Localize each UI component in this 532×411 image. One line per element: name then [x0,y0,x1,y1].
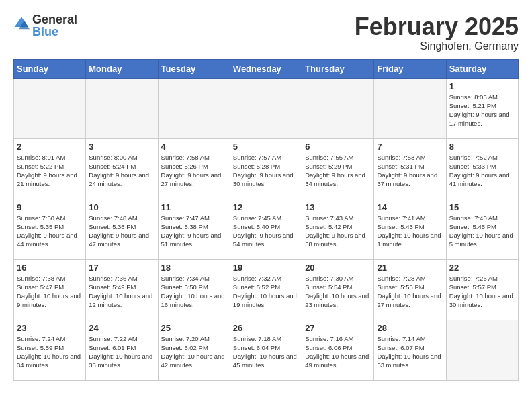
day-number: 27 [305,323,371,333]
day-number: 18 [161,263,227,273]
day-info: Sunrise: 7:52 AMSunset: 5:33 PMDaylight:… [449,153,515,189]
day-info: Sunrise: 7:16 AMSunset: 6:06 PMDaylight:… [305,334,371,370]
day-info: Sunrise: 7:30 AMSunset: 5:54 PMDaylight:… [305,274,371,310]
day-number: 26 [233,323,299,333]
day-number: 20 [305,263,371,273]
day-info: Sunrise: 7:43 AMSunset: 5:42 PMDaylight:… [305,214,371,249]
day-info: Sunrise: 7:34 AMSunset: 5:50 PMDaylight:… [161,274,227,310]
calendar-cell: 16Sunrise: 7:38 AMSunset: 5:47 PMDayligh… [14,259,86,320]
calendar-cell: 12Sunrise: 7:45 AMSunset: 5:40 PMDayligh… [230,199,302,259]
header: General Blue February 2025 Singhofen, Ge… [13,13,519,52]
calendar-header-thursday: Thursday [302,59,374,78]
location: Singhofen, Germany [355,40,519,52]
calendar-cell: 4Sunrise: 7:58 AMSunset: 5:26 PMDaylight… [158,138,230,199]
calendar-cell: 11Sunrise: 7:47 AMSunset: 5:38 PMDayligh… [158,199,230,259]
calendar-cell: 2Sunrise: 8:01 AMSunset: 5:22 PMDaylight… [14,138,86,199]
calendar-cell [374,78,446,138]
calendar-cell: 8Sunrise: 7:52 AMSunset: 5:33 PMDaylight… [446,138,518,199]
calendar-cell: 21Sunrise: 7:28 AMSunset: 5:55 PMDayligh… [374,259,446,320]
day-number: 1 [449,81,515,91]
calendar-cell: 14Sunrise: 7:41 AMSunset: 5:43 PMDayligh… [374,199,446,259]
day-info: Sunrise: 7:36 AMSunset: 5:49 PMDaylight:… [89,274,154,310]
day-number: 25 [161,323,227,333]
day-info: Sunrise: 7:24 AMSunset: 5:59 PMDaylight:… [17,334,83,370]
calendar-cell: 20Sunrise: 7:30 AMSunset: 5:54 PMDayligh… [302,259,374,320]
day-number: 16 [17,263,83,273]
day-number: 2 [17,142,83,152]
day-number: 14 [377,202,443,212]
day-number: 5 [233,142,299,152]
calendar-cell: 9Sunrise: 7:50 AMSunset: 5:35 PMDaylight… [14,199,86,259]
calendar-header-sunday: Sunday [14,59,86,78]
calendar-header-tuesday: Tuesday [158,59,230,78]
day-info: Sunrise: 7:20 AMSunset: 6:02 PMDaylight:… [161,334,227,370]
calendar-cell: 26Sunrise: 7:18 AMSunset: 6:04 PMDayligh… [230,320,302,380]
calendar-cell: 6Sunrise: 7:55 AMSunset: 5:29 PMDaylight… [302,138,374,199]
calendar-header-friday: Friday [374,59,446,78]
calendar-header-monday: Monday [86,59,158,78]
day-number: 9 [17,202,83,212]
calendar-week-1: 1Sunrise: 8:03 AMSunset: 5:21 PMDaylight… [14,78,519,138]
calendar-cell [230,78,302,138]
day-info: Sunrise: 7:53 AMSunset: 5:31 PMDaylight:… [377,153,443,189]
calendar-cell [14,78,86,138]
calendar-cell: 3Sunrise: 8:00 AMSunset: 5:24 PMDaylight… [86,138,158,199]
day-number: 28 [377,323,443,333]
calendar-cell: 7Sunrise: 7:53 AMSunset: 5:31 PMDaylight… [374,138,446,199]
day-info: Sunrise: 8:01 AMSunset: 5:22 PMDaylight:… [17,153,83,189]
title-area: February 2025 Singhofen, Germany [355,13,519,52]
day-info: Sunrise: 7:58 AMSunset: 5:26 PMDaylight:… [161,153,227,189]
day-info: Sunrise: 7:40 AMSunset: 5:45 PMDaylight:… [449,214,515,249]
day-number: 8 [449,142,515,152]
month-title: February 2025 [355,13,519,40]
day-info: Sunrise: 7:55 AMSunset: 5:29 PMDaylight:… [305,153,371,189]
calendar-cell [86,78,158,138]
calendar-cell: 13Sunrise: 7:43 AMSunset: 5:42 PMDayligh… [302,199,374,259]
day-info: Sunrise: 7:47 AMSunset: 5:38 PMDaylight:… [161,214,227,249]
calendar-cell: 10Sunrise: 7:48 AMSunset: 5:36 PMDayligh… [86,199,158,259]
calendar-cell: 17Sunrise: 7:36 AMSunset: 5:49 PMDayligh… [86,259,158,320]
calendar-cell: 22Sunrise: 7:26 AMSunset: 5:57 PMDayligh… [446,259,518,320]
day-info: Sunrise: 8:03 AMSunset: 5:21 PMDaylight:… [449,93,515,128]
calendar-cell: 15Sunrise: 7:40 AMSunset: 5:45 PMDayligh… [446,199,518,259]
day-info: Sunrise: 7:45 AMSunset: 5:40 PMDaylight:… [233,214,299,249]
day-number: 11 [161,202,227,212]
logo-general-text: General [32,13,77,26]
calendar-cell: 24Sunrise: 7:22 AMSunset: 6:01 PMDayligh… [86,320,158,380]
day-info: Sunrise: 7:22 AMSunset: 6:01 PMDaylight:… [89,334,154,370]
calendar: SundayMondayTuesdayWednesdayThursdayFrid… [13,59,519,381]
day-number: 4 [161,142,227,152]
logo-blue-text: Blue [32,26,77,38]
day-number: 22 [449,263,515,273]
day-info: Sunrise: 7:50 AMSunset: 5:35 PMDaylight:… [17,214,83,249]
calendar-header-row: SundayMondayTuesdayWednesdayThursdayFrid… [14,59,519,78]
day-number: 17 [89,263,154,273]
day-number: 23 [17,323,83,333]
day-info: Sunrise: 8:00 AMSunset: 5:24 PMDaylight:… [89,153,154,189]
calendar-cell [302,78,374,138]
day-info: Sunrise: 7:26 AMSunset: 5:57 PMDaylight:… [449,274,515,310]
day-number: 7 [377,142,443,152]
calendar-week-5: 23Sunrise: 7:24 AMSunset: 5:59 PMDayligh… [14,320,519,380]
day-info: Sunrise: 7:48 AMSunset: 5:36 PMDaylight:… [89,214,154,249]
day-number: 15 [449,202,515,212]
day-number: 10 [89,202,154,212]
calendar-cell: 27Sunrise: 7:16 AMSunset: 6:06 PMDayligh… [302,320,374,380]
day-number: 19 [233,263,299,273]
calendar-cell [158,78,230,138]
calendar-week-3: 9Sunrise: 7:50 AMSunset: 5:35 PMDaylight… [14,199,519,259]
day-info: Sunrise: 7:57 AMSunset: 5:28 PMDaylight:… [233,153,299,189]
logo-icon [13,16,30,32]
calendar-header-wednesday: Wednesday [230,59,302,78]
day-number: 21 [377,263,443,273]
day-info: Sunrise: 7:14 AMSunset: 6:07 PMDaylight:… [377,334,443,370]
calendar-cell: 25Sunrise: 7:20 AMSunset: 6:02 PMDayligh… [158,320,230,380]
calendar-cell [446,320,518,380]
calendar-cell: 18Sunrise: 7:34 AMSunset: 5:50 PMDayligh… [158,259,230,320]
calendar-cell: 19Sunrise: 7:32 AMSunset: 5:52 PMDayligh… [230,259,302,320]
day-number: 12 [233,202,299,212]
day-info: Sunrise: 7:41 AMSunset: 5:43 PMDaylight:… [377,214,443,249]
calendar-week-4: 16Sunrise: 7:38 AMSunset: 5:47 PMDayligh… [14,259,519,320]
day-number: 24 [89,323,154,333]
day-number: 6 [305,142,371,152]
